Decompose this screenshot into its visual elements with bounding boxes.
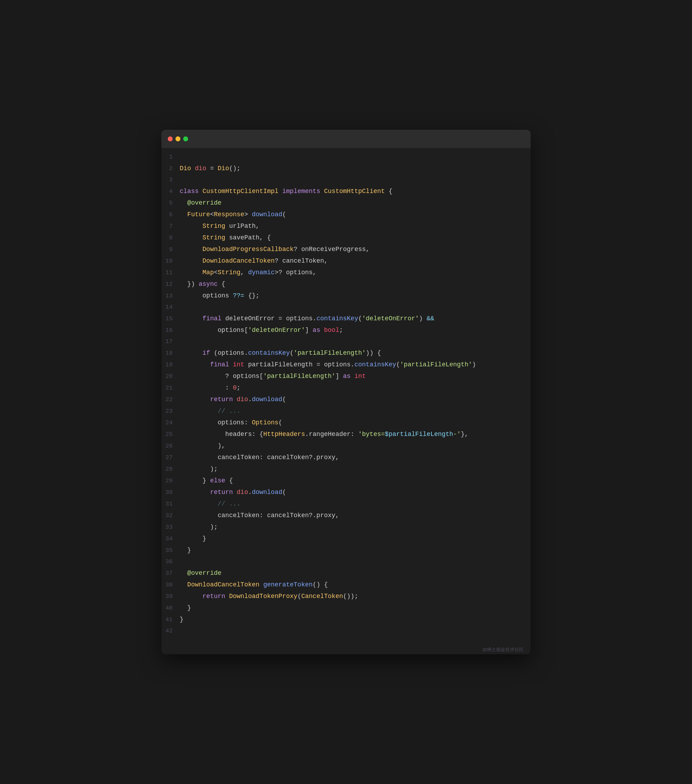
maximize-button[interactable] <box>183 137 188 141</box>
code-line-6: 6 Future<Response> download( <box>161 209 531 221</box>
code-line-14: 14 <box>161 301 531 313</box>
code-line-24: 24 options: Options( <box>161 417 531 428</box>
code-line-19: 19 final int partialFileLength = options… <box>161 359 531 371</box>
code-line-21: 21 : 0; <box>161 382 531 394</box>
minimize-button[interactable] <box>175 137 180 141</box>
code-line-18: 18 if (options.containsKey('partialFileL… <box>161 348 531 359</box>
code-line-1: 1 <box>161 152 531 163</box>
code-line-3: 3 <box>161 175 531 186</box>
code-line-34: 34 } <box>161 533 531 545</box>
code-line-32: 32 cancelToken: cancelToken?.proxy, <box>161 510 531 521</box>
code-line-8: 8 String savePath, { <box>161 232 531 244</box>
code-line-30: 30 return dio.download( <box>161 487 531 498</box>
code-line-15: 15 final deleteOnError = options.contain… <box>161 313 531 324</box>
code-line-9: 9 DownloadProgressCallback? onReceivePro… <box>161 244 531 255</box>
watermark: @稀土掘金技术社区 <box>161 644 531 654</box>
code-line-12: 12 }) async { <box>161 278 531 290</box>
code-line-33: 33 ); <box>161 521 531 533</box>
close-button[interactable] <box>168 137 173 141</box>
code-line-35: 35 } <box>161 545 531 556</box>
code-line-37: 37 @override <box>161 567 531 579</box>
code-line-23: 23 // ... <box>161 405 531 417</box>
code-line-31: 31 // ... <box>161 498 531 510</box>
code-line-17: 17 <box>161 336 531 348</box>
code-line-42: 42 <box>161 626 531 637</box>
code-line-20: 20 ? options['partialFileLength'] as int <box>161 371 531 382</box>
code-line-39: 39 return DownloadTokenProxy(CancelToken… <box>161 591 531 602</box>
code-line-26: 26 ), <box>161 440 531 452</box>
code-line-28: 28 ); <box>161 463 531 475</box>
code-line-16: 16 options['deleteOnError'] as bool; <box>161 324 531 336</box>
code-line-10: 10 DownloadCancelToken? cancelToken, <box>161 255 531 267</box>
code-line-25: 25 headers: {HttpHeaders.rangeHeader: 'b… <box>161 428 531 440</box>
titlebar <box>161 130 531 148</box>
code-line-41: 41 } <box>161 614 531 626</box>
code-line-29: 29 } else { <box>161 475 531 487</box>
code-line-38: 38 DownloadCancelToken generateToken() { <box>161 579 531 591</box>
code-line-5: 5 @override <box>161 197 531 209</box>
code-line-40: 40 } <box>161 602 531 614</box>
code-line-22: 22 return dio.download( <box>161 394 531 405</box>
code-line-2: 2 Dio dio = Dio(); <box>161 163 531 175</box>
code-line-4: 4 class CustomHttpClientImpl implements … <box>161 186 531 197</box>
code-line-11: 11 Map<String, dynamic>? options, <box>161 267 531 278</box>
code-line-36: 36 <box>161 556 531 567</box>
code-line-27: 27 cancelToken: cancelToken?.proxy, <box>161 452 531 463</box>
code-area: 1 2 Dio dio = Dio(); 3 4 class CustomHtt… <box>161 148 531 644</box>
code-line-7: 7 String urlPath, <box>161 221 531 232</box>
code-window: 1 2 Dio dio = Dio(); 3 4 class CustomHtt… <box>161 130 531 654</box>
code-line-13: 13 options ??= {}; <box>161 290 531 301</box>
